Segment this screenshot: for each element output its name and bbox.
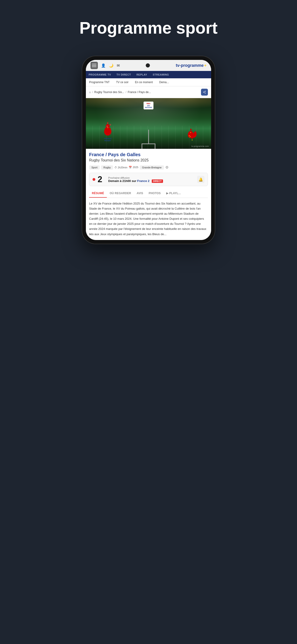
sub-nav-tnt[interactable]: Programme TNT: [86, 78, 113, 86]
phone-frame: 👤 🌙 ✉ tv-programme+ PROGRAMME TV TV DIRE…: [82, 56, 215, 244]
tag-year: 📅 2025: [129, 166, 138, 169]
breadcrumb-sep1: /: [92, 90, 93, 94]
breadcrumb-sep2: /: [126, 90, 126, 94]
breadcrumb-part2[interactable]: France / Pays de...: [128, 90, 151, 94]
tab-photos[interactable]: PHOTOS: [146, 189, 164, 198]
nav-programme-tv[interactable]: PROGRAMME TV: [86, 71, 114, 78]
nav-tv-direct[interactable]: TV DIRECT: [114, 71, 134, 78]
broadcast-time: Demain à 21h00 sur France 2 DIRECT: [108, 179, 195, 183]
tag-duration: ⏱ 2h20min: [114, 166, 127, 169]
site-name: tv-programme+: [176, 63, 206, 68]
breadcrumb-part1[interactable]: Rugby Tournoi des Six...: [94, 90, 124, 94]
phone-screen: 👤 🌙 ✉ tv-programme+ PROGRAMME TV TV DIRE…: [86, 60, 211, 240]
rbs-badge: RBS SIX NATIONS: [144, 102, 154, 110]
moon-icon[interactable]: 🌙: [109, 63, 114, 68]
mail-icon[interactable]: ✉: [117, 63, 120, 68]
svg-point-3: [107, 126, 108, 126]
broadcast-label: Prochaine diffusion: [108, 176, 195, 179]
tab-avis[interactable]: AVIS: [134, 189, 146, 198]
goal-post: [142, 130, 156, 144]
status-bar-left: 👤 🌙 ✉: [90, 62, 120, 69]
breadcrumb: ⌂ / Rugby Tournoi des Six... / France / …: [86, 86, 211, 98]
broadcast-info: Prochaine diffusion Demain à 21h00 sur F…: [108, 176, 195, 183]
sub-nav: Programme TNT TV ce soir En ce moment De…: [86, 78, 211, 86]
camera-dot: [146, 63, 150, 68]
france-team-logo: FRANCE RUGBY: [100, 120, 116, 142]
nav-replay[interactable]: REPLAY: [134, 71, 150, 78]
profile-icon[interactable]: 👤: [101, 63, 106, 68]
match-description: Le XV de France débute l'édition 2025 du…: [89, 201, 208, 237]
match-image: RBS SIX NATIONS: [86, 98, 211, 149]
tag-sport[interactable]: Sport: [89, 166, 100, 170]
content-tabs: RÉSUMÉ OÙ REGARDER AVIS PHOTOS ▶ PLAYL..…: [89, 189, 208, 198]
bell-button[interactable]: 🔔: [197, 176, 204, 183]
status-bar: 👤 🌙 ✉ tv-programme+: [86, 60, 211, 71]
channel-number: 2: [98, 175, 106, 184]
nav-bar: PROGRAMME TV TV DIRECT REPLAY STREAMING: [86, 71, 211, 78]
broadcast-bar: 2 Prochaine diffusion Demain à 21h00 sur…: [89, 173, 208, 186]
settings-icon[interactable]: ⚙: [165, 165, 168, 170]
tab-resume[interactable]: RÉSUMÉ: [89, 189, 107, 198]
page-title: Programme sport: [80, 18, 218, 37]
tab-playlist[interactable]: ▶ PLAYL...: [164, 189, 184, 198]
svg-point-0: [104, 127, 112, 136]
nav-streaming[interactable]: STREAMING: [150, 71, 172, 78]
home-icon[interactable]: ⌂: [89, 90, 91, 94]
sub-nav-demain[interactable]: Dema...: [156, 78, 172, 86]
tab-ou-regarder[interactable]: OÙ REGARDER: [107, 189, 134, 198]
live-dot: [92, 178, 95, 181]
france-rugby-label: FRANCE RUGBY: [104, 138, 112, 142]
content-area: France / Pays de Galles Rugby Tournoi de…: [86, 149, 211, 240]
watermark: tv-programme.com: [191, 145, 209, 148]
share-button[interactable]: [201, 89, 208, 96]
wales-team-logo: [185, 127, 200, 142]
tags-row: Sport Rugby ⏱ 2h20min 📅 2025 Grande-Bret…: [89, 165, 208, 170]
channel-name[interactable]: France 2: [137, 179, 150, 183]
menu-button[interactable]: [90, 62, 98, 69]
match-title-sub: Rugby Tournoi des Six Nations 2025: [89, 158, 208, 162]
match-title-main: France / Pays de Galles: [89, 152, 208, 157]
sub-nav-ce-soir[interactable]: TV ce soir: [113, 78, 132, 86]
direct-badge: DIRECT: [152, 180, 163, 183]
sub-nav-en-ce-moment[interactable]: En ce moment: [132, 78, 156, 86]
tag-rugby[interactable]: Rugby: [101, 166, 113, 170]
tag-country[interactable]: Grande-Bretagne: [140, 166, 164, 170]
svg-point-4: [190, 132, 191, 133]
